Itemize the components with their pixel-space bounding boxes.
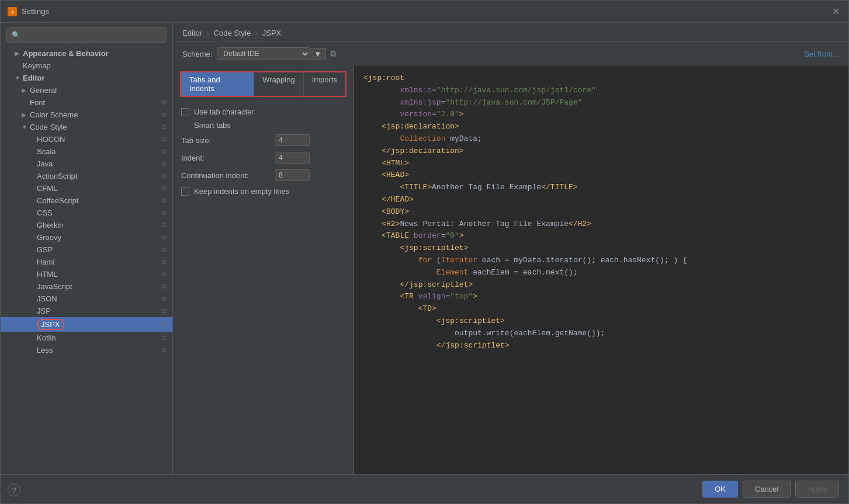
- code-line: <TD>: [363, 303, 839, 315]
- keep-indents-checkbox[interactable]: [181, 187, 189, 196]
- sidebar-item-appearance[interactable]: ▶ Appearance & Behavior: [1, 47, 172, 60]
- copy-icon: ⧉: [162, 148, 167, 155]
- arrow-icon: [29, 222, 34, 228]
- sidebar-item-font[interactable]: Font ⧉: [1, 96, 172, 109]
- main-area: Tabs and Indents Wrapping Imports: [173, 65, 848, 474]
- code-line: <H2>News Portal: Another Tag File Exampl…: [363, 218, 839, 231]
- arrow-icon: [29, 271, 34, 277]
- code-line: <jsp:scriptlet>: [363, 315, 839, 328]
- copy-icon: ⧉: [162, 135, 167, 143]
- sidebar-item-scala[interactable]: Scala ⧉: [1, 145, 172, 158]
- sidebar-item-cfml[interactable]: CFML ⧉: [1, 182, 172, 194]
- sidebar-item-html[interactable]: HTML ⧉: [1, 268, 172, 280]
- sidebar-item-jspx[interactable]: JSPX ⧉: [1, 317, 172, 332]
- sidebar-item-gherkin[interactable]: Gherkin ⧉: [1, 219, 172, 231]
- code-line: <BODY>: [363, 206, 839, 218]
- copy-icon: ⧉: [162, 270, 167, 278]
- copy-icon: ⧉: [162, 307, 167, 315]
- arrow-icon: [29, 173, 34, 179]
- code-line: <TR valign="top">: [363, 291, 839, 303]
- sidebar-item-editor[interactable]: ▼ Editor: [1, 72, 172, 84]
- use-tab-character-checkbox[interactable]: [181, 108, 189, 116]
- code-line: </HEAD>: [363, 194, 839, 206]
- continuation-indent-input[interactable]: [275, 169, 310, 181]
- sidebar-item-color-scheme[interactable]: ▶ Color Scheme ⧉: [1, 109, 172, 121]
- sidebar-item-less[interactable]: Less ⧉: [1, 344, 172, 356]
- code-line: Collection myData;: [363, 133, 839, 145]
- sidebar-item-code-style[interactable]: ▼ Code Style ⧉: [1, 121, 172, 133]
- arrow-icon: [29, 210, 34, 216]
- arrow-icon: [29, 321, 34, 328]
- code-line: xmlns:jsp="http://java.sun.com/JSP/Page": [363, 97, 839, 109]
- options-content: Use tab character Smart tabs Tab size:: [173, 103, 354, 205]
- scheme-gear-button[interactable]: ⚙: [330, 49, 337, 58]
- jspx-label-wrapper: JSPX: [37, 319, 64, 330]
- copy-icon: ⧉: [162, 99, 167, 106]
- code-line: <TABLE border="0">: [363, 230, 839, 242]
- copy-icon: ⧉: [162, 346, 167, 354]
- app-icon: J: [8, 7, 17, 16]
- copy-icon: ⧉: [162, 234, 167, 241]
- right-panel: Editor › Code Style › JSPX Scheme: Defau…: [173, 23, 848, 474]
- copy-icon: ⧉: [162, 246, 167, 253]
- sidebar-item-haml[interactable]: Haml ⧉: [1, 256, 172, 268]
- copy-icon: ⧉: [162, 321, 167, 328]
- tab-imports[interactable]: Imports: [304, 72, 345, 96]
- help-button[interactable]: ?: [8, 484, 20, 496]
- sidebar-item-keymap[interactable]: Keymap: [1, 60, 172, 72]
- titlebar: J Settings ✕: [1, 1, 848, 23]
- code-line: <jsp:declaration>: [363, 121, 839, 133]
- arrow-icon: [29, 197, 34, 204]
- sidebar-item-hocon[interactable]: HOCON ⧉: [1, 133, 172, 145]
- breadcrumb-codestyle: Code Style: [214, 29, 251, 37]
- tab-size-input[interactable]: [275, 134, 310, 146]
- tab-size-label: Tab size:: [181, 136, 275, 145]
- sidebar-item-kotlin[interactable]: Kotlin ⧉: [1, 332, 172, 344]
- window-title: Settings: [22, 7, 830, 16]
- scheme-select[interactable]: Default IDE: [217, 47, 310, 60]
- sidebar-item-json[interactable]: JSON ⧉: [1, 293, 172, 305]
- set-from-link[interactable]: Set from...: [804, 50, 839, 58]
- sidebar-item-css[interactable]: CSS ⧉: [1, 207, 172, 219]
- code-line: version="2.0">: [363, 109, 839, 121]
- sidebar-item-coffeescript[interactable]: CoffeeScript ⧉: [1, 194, 172, 207]
- sidebar-item-general[interactable]: ▶ General: [1, 84, 172, 96]
- ok-button[interactable]: OK: [702, 481, 738, 498]
- cancel-button[interactable]: Cancel: [743, 481, 791, 498]
- scheme-dropdown-button[interactable]: ▼: [310, 48, 325, 60]
- sidebar-item-java[interactable]: Java ⧉: [1, 158, 172, 170]
- arrow-icon: [29, 347, 34, 353]
- keep-indents-row: Keep indents on empty lines: [181, 187, 345, 196]
- breadcrumb-sep1: ›: [207, 29, 209, 37]
- sidebar-item-actionscript[interactable]: ActionScript ⧉: [1, 170, 172, 182]
- code-line: <jsp:scriptlet>: [363, 242, 839, 255]
- search-input[interactable]: [24, 31, 161, 39]
- sidebar-item-gsp[interactable]: GSP ⧉: [1, 244, 172, 256]
- code-line: </jsp:scriptlet>: [363, 340, 839, 352]
- copy-icon: ⧉: [162, 221, 167, 229]
- copy-icon: ⧉: [162, 111, 167, 119]
- close-button[interactable]: ✕: [830, 6, 841, 18]
- sidebar-item-groovy[interactable]: Groovy ⧉: [1, 231, 172, 244]
- sidebar-item-javascript[interactable]: JavaScript ⧉: [1, 280, 172, 293]
- search-box[interactable]: 🔍: [6, 27, 167, 43]
- breadcrumb-editor: Editor: [182, 29, 202, 37]
- arrow-icon: [29, 308, 34, 314]
- code-line: <HTML>: [363, 158, 839, 170]
- indent-input[interactable]: [275, 152, 310, 164]
- tab-size-row: Tab size:: [181, 134, 345, 146]
- use-tab-character-row: Use tab character: [181, 107, 345, 116]
- indent-row: Indent:: [181, 152, 345, 164]
- arrow-icon: [15, 62, 20, 69]
- sidebar-item-jsp[interactable]: JSP ⧉: [1, 305, 172, 317]
- tab-tabs-indents[interactable]: Tabs and Indents: [181, 72, 254, 96]
- arrow-expand-icon: ▼: [22, 124, 27, 130]
- smart-tabs-label: Smart tabs: [194, 121, 231, 130]
- tab-wrapping[interactable]: Wrapping: [254, 72, 303, 96]
- indent-label: Indent:: [181, 154, 275, 162]
- copy-icon: ⧉: [162, 185, 167, 192]
- keep-indents-label: Keep indents on empty lines: [194, 187, 289, 196]
- apply-button[interactable]: Apply: [795, 481, 839, 498]
- arrow-icon: [29, 296, 34, 302]
- arrow-icon: [22, 99, 27, 106]
